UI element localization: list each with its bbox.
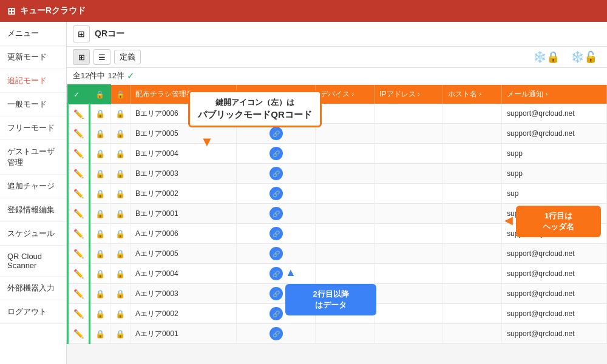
sidebar-item-track-mode[interactable]: 追記モード (0, 69, 66, 93)
redirect-cell[interactable]: 🔗 (237, 304, 316, 324)
link-icon[interactable]: 🔗 (270, 287, 283, 300)
link-icon[interactable]: 🔗 (270, 307, 283, 320)
lock1-icon[interactable]: 🔒 (95, 169, 105, 178)
lock1-icon[interactable]: 🔒 (95, 209, 105, 218)
redirect-cell[interactable]: 🔗 (237, 324, 316, 344)
lock1-icon[interactable]: 🔒 (95, 229, 105, 238)
edit-cell[interactable]: ✏️ (68, 264, 90, 284)
lock1-icon[interactable]: 🔒 (95, 149, 105, 158)
link-icon[interactable]: 🔗 (270, 127, 283, 140)
lock1-cell[interactable]: 🔒 (90, 244, 110, 264)
redirect-cell[interactable]: 🔗 (237, 184, 316, 204)
edit-cell[interactable]: ✏️ (68, 324, 90, 344)
sidebar-item-update-mode[interactable]: 更新モード (0, 46, 66, 69)
toolbar-icon-stars[interactable]: ❄️🔒 (529, 49, 563, 65)
sidebar-item-general-mode[interactable]: 一般モード (0, 93, 66, 116)
edit-icon[interactable]: ✏️ (73, 289, 84, 298)
edit-icon[interactable]: ✏️ (73, 249, 84, 258)
redirect-cell[interactable]: 🔗 (237, 284, 316, 304)
edit-icon[interactable]: ✏️ (73, 109, 84, 119)
lock1-cell[interactable]: 🔒 (90, 204, 110, 224)
lock1-cell[interactable]: 🔒 (90, 284, 110, 304)
redirect-cell[interactable]: 🔗 (237, 104, 316, 124)
lock1-icon[interactable]: 🔒 (95, 329, 105, 339)
redirect-cell[interactable]: 🔗 (237, 164, 316, 184)
lock1-icon[interactable]: 🔒 (95, 289, 105, 298)
lock2-icon[interactable]: 🔒 (115, 149, 125, 158)
lock1-cell[interactable]: 🔒 (90, 124, 110, 144)
toolbar-grid-btn[interactable]: ⊞ (73, 49, 90, 65)
link-icon[interactable]: 🔗 (270, 247, 283, 260)
lock1-cell[interactable]: 🔒 (90, 164, 110, 184)
redirect-cell[interactable]: 🔗 (237, 144, 316, 164)
edit-icon[interactable]: ✏️ (73, 129, 84, 138)
link-icon[interactable]: 🔗 (270, 327, 283, 340)
lock2-icon[interactable]: 🔒 (115, 269, 125, 278)
redirect-cell[interactable]: 🔗 (237, 244, 316, 264)
lock1-cell[interactable]: 🔒 (90, 144, 110, 164)
edit-icon[interactable]: ✏️ (73, 149, 84, 158)
lock2-cell[interactable]: 🔒 (110, 324, 131, 344)
lock2-icon[interactable]: 🔒 (115, 309, 125, 318)
lock1-icon[interactable]: 🔒 (95, 129, 105, 138)
sidebar-item-cloud-scanner[interactable]: QR Cloud Scanner (0, 246, 66, 277)
lock2-cell[interactable]: 🔒 (110, 224, 131, 244)
edit-cell[interactable]: ✏️ (68, 184, 90, 204)
edit-icon[interactable]: ✏️ (73, 169, 84, 178)
lock2-cell[interactable]: 🔒 (110, 264, 131, 284)
redirect-cell[interactable]: 🔗 (237, 204, 316, 224)
lock2-cell[interactable]: 🔒 (110, 244, 131, 264)
edit-cell[interactable]: ✏️ (68, 284, 90, 304)
link-icon[interactable]: 🔗 (270, 267, 283, 280)
lock2-cell[interactable]: 🔒 (110, 104, 131, 124)
link-icon[interactable]: 🔗 (270, 227, 283, 240)
lock2-cell[interactable]: 🔒 (110, 144, 131, 164)
lock2-icon[interactable]: 🔒 (115, 249, 125, 258)
edit-cell[interactable]: ✏️ (68, 304, 90, 324)
table-container[interactable]: ✓ 🔒 🔒 配布チラシ管理番... › リダイレクト › デバイス › IPアド… (67, 84, 607, 344)
link-icon[interactable]: 🔗 (270, 107, 283, 120)
edit-icon[interactable]: ✏️ (73, 229, 84, 238)
edit-cell[interactable]: ✏️ (68, 224, 90, 244)
link-icon[interactable]: 🔗 (270, 187, 283, 200)
edit-cell[interactable]: ✏️ (68, 104, 90, 124)
edit-icon[interactable]: ✏️ (73, 329, 84, 339)
lock2-icon[interactable]: 🔒 (115, 169, 125, 178)
lock1-cell[interactable]: 🔒 (90, 264, 110, 284)
sidebar-item-ext-device[interactable]: 外部機器入力 (0, 277, 66, 300)
lock2-icon[interactable]: 🔒 (115, 129, 125, 138)
lock1-icon[interactable]: 🔒 (95, 249, 105, 258)
edit-icon[interactable]: ✏️ (73, 309, 84, 318)
link-icon[interactable]: 🔗 (270, 167, 283, 180)
lock1-cell[interactable]: 🔒 (90, 304, 110, 324)
lock1-icon[interactable]: 🔒 (95, 269, 105, 278)
lock1-cell[interactable]: 🔒 (90, 324, 110, 344)
sidebar-item-guest-user[interactable]: ゲストユーザ管理 (0, 140, 66, 175)
lock2-cell[interactable]: 🔒 (110, 284, 131, 304)
lock2-icon[interactable]: 🔒 (115, 209, 125, 218)
redirect-cell[interactable]: 🔗 (237, 264, 316, 284)
sidebar-item-free-mode[interactable]: フリーモード (0, 116, 66, 140)
lock1-icon[interactable]: 🔒 (95, 189, 105, 198)
lock2-cell[interactable]: 🔒 (110, 304, 131, 324)
lock1-icon[interactable]: 🔒 (95, 309, 105, 318)
redirect-cell[interactable]: 🔗 (237, 124, 316, 144)
lock1-cell[interactable]: 🔒 (90, 104, 110, 124)
lock2-icon[interactable]: 🔒 (115, 329, 125, 339)
lock2-cell[interactable]: 🔒 (110, 124, 131, 144)
edit-icon[interactable]: ✏️ (73, 209, 84, 218)
sidebar-item-menu[interactable]: メニュー (0, 22, 66, 46)
link-icon[interactable]: 🔗 (270, 147, 283, 160)
sidebar-item-schedule[interactable]: スケジュール (0, 222, 66, 246)
edit-cell[interactable]: ✏️ (68, 164, 90, 184)
lock1-icon[interactable]: 🔒 (95, 109, 105, 118)
lock2-icon[interactable]: 🔒 (115, 109, 125, 118)
edit-cell[interactable]: ✏️ (68, 204, 90, 224)
edit-icon[interactable]: ✏️ (73, 189, 84, 198)
sidebar-item-edit-info[interactable]: 登録情報編集 (0, 198, 66, 222)
toolbar-def-label[interactable]: 定義 (114, 50, 141, 64)
lock2-cell[interactable]: 🔒 (110, 184, 131, 204)
lock2-cell[interactable]: 🔒 (110, 204, 131, 224)
tab-grid-icon[interactable]: ⊞ (73, 25, 90, 42)
lock1-cell[interactable]: 🔒 (90, 184, 110, 204)
